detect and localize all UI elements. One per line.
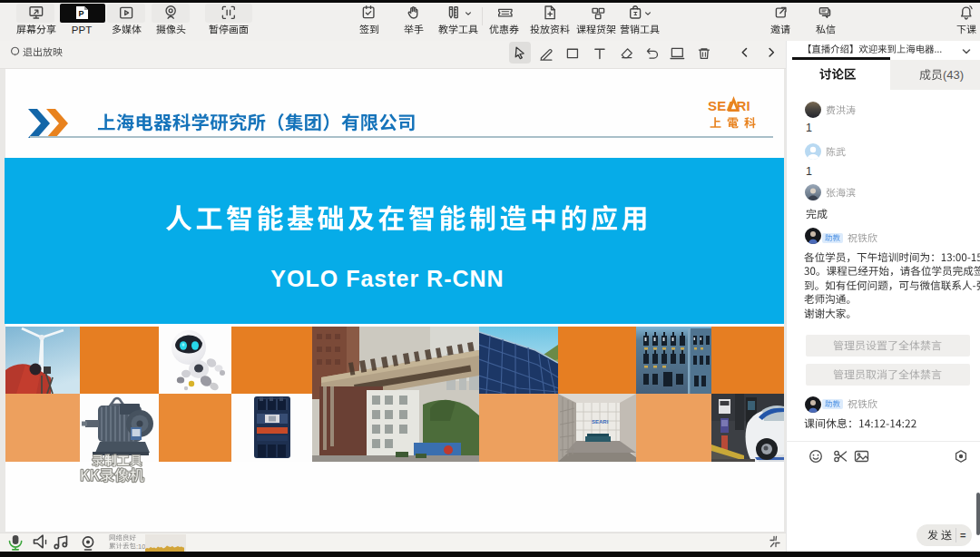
svg-text:P: P — [79, 9, 84, 18]
svg-text:SEARI: SEARI — [592, 419, 609, 425]
